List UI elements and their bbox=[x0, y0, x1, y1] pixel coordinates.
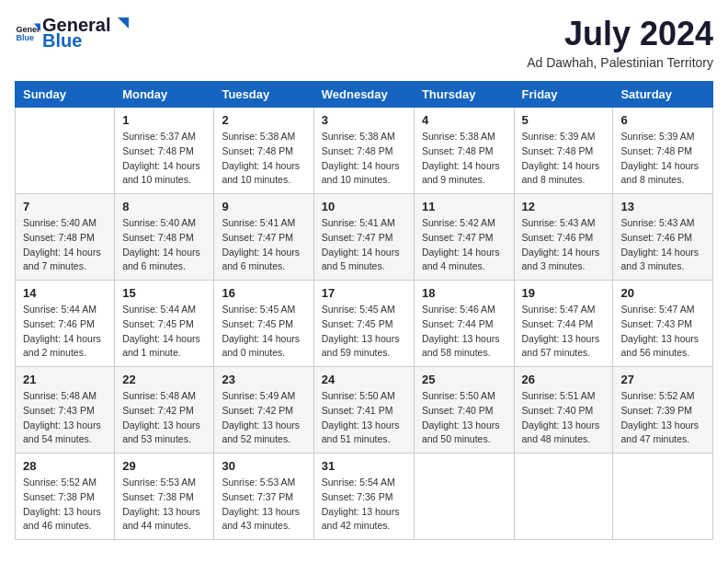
day-cell-29: 29Sunrise: 5:53 AMSunset: 7:38 PMDayligh… bbox=[115, 454, 214, 540]
day-info: Sunrise: 5:39 AMSunset: 7:48 PMDaylight:… bbox=[620, 130, 705, 188]
day-number: 11 bbox=[422, 200, 506, 213]
day-info: Sunrise: 5:54 AMSunset: 7:36 PMDaylight:… bbox=[322, 476, 406, 534]
header-day-wednesday: Wednesday bbox=[313, 82, 414, 108]
day-number: 1 bbox=[122, 113, 206, 127]
day-number: 8 bbox=[122, 200, 206, 213]
day-cell-26: 26Sunrise: 5:51 AMSunset: 7:40 PMDayligh… bbox=[514, 367, 613, 454]
day-info: Sunrise: 5:48 AMSunset: 7:42 PMDaylight:… bbox=[122, 389, 206, 447]
day-number: 3 bbox=[322, 113, 406, 127]
header-day-saturday: Saturday bbox=[613, 82, 713, 108]
header-row: SundayMondayTuesdayWednesdayThursdayFrid… bbox=[16, 82, 713, 108]
day-cell-28: 28Sunrise: 5:52 AMSunset: 7:38 PMDayligh… bbox=[16, 454, 115, 540]
day-number: 31 bbox=[322, 459, 406, 473]
day-number: 26 bbox=[522, 373, 606, 386]
day-cell-31: 31Sunrise: 5:54 AMSunset: 7:36 PMDayligh… bbox=[313, 454, 414, 540]
day-cell-15: 15Sunrise: 5:44 AMSunset: 7:45 PMDayligh… bbox=[115, 281, 214, 367]
day-info: Sunrise: 5:37 AMSunset: 7:48 PMDaylight:… bbox=[122, 130, 206, 188]
day-info: Sunrise: 5:51 AMSunset: 7:40 PMDaylight:… bbox=[522, 389, 606, 447]
day-number: 13 bbox=[620, 200, 705, 213]
day-number: 27 bbox=[620, 373, 705, 386]
day-cell-5: 5Sunrise: 5:39 AMSunset: 7:48 PMDaylight… bbox=[514, 108, 613, 194]
day-info: Sunrise: 5:52 AMSunset: 7:38 PMDaylight:… bbox=[23, 476, 107, 534]
logo: General Blue General Blue bbox=[15, 15, 131, 52]
day-cell-8: 8Sunrise: 5:40 AMSunset: 7:48 PMDaylight… bbox=[115, 194, 214, 281]
day-info: Sunrise: 5:43 AMSunset: 7:46 PMDaylight:… bbox=[522, 216, 606, 274]
day-number: 10 bbox=[322, 200, 406, 213]
day-number: 29 bbox=[122, 459, 206, 473]
header-day-friday: Friday bbox=[514, 82, 613, 108]
day-cell-19: 19Sunrise: 5:47 AMSunset: 7:44 PMDayligh… bbox=[514, 281, 613, 367]
header-day-thursday: Thursday bbox=[414, 82, 514, 108]
day-number: 4 bbox=[422, 113, 506, 127]
week-row-4: 21Sunrise: 5:48 AMSunset: 7:43 PMDayligh… bbox=[16, 367, 713, 454]
day-number: 23 bbox=[222, 373, 305, 386]
day-number: 16 bbox=[222, 286, 305, 300]
day-number: 25 bbox=[422, 373, 506, 386]
day-info: Sunrise: 5:44 AMSunset: 7:46 PMDaylight:… bbox=[23, 303, 107, 361]
week-row-3: 14Sunrise: 5:44 AMSunset: 7:46 PMDayligh… bbox=[16, 281, 713, 367]
day-cell-9: 9Sunrise: 5:41 AMSunset: 7:47 PMDaylight… bbox=[214, 194, 313, 281]
day-number: 2 bbox=[222, 113, 305, 127]
empty-cell bbox=[514, 454, 613, 540]
day-cell-6: 6Sunrise: 5:39 AMSunset: 7:48 PMDaylight… bbox=[613, 108, 713, 194]
day-number: 15 bbox=[122, 286, 206, 300]
day-number: 19 bbox=[522, 286, 606, 300]
day-cell-12: 12Sunrise: 5:43 AMSunset: 7:46 PMDayligh… bbox=[514, 194, 613, 281]
day-cell-23: 23Sunrise: 5:49 AMSunset: 7:42 PMDayligh… bbox=[214, 367, 313, 454]
svg-marker-3 bbox=[118, 17, 129, 29]
day-cell-21: 21Sunrise: 5:48 AMSunset: 7:43 PMDayligh… bbox=[16, 367, 115, 454]
day-cell-11: 11Sunrise: 5:42 AMSunset: 7:47 PMDayligh… bbox=[414, 194, 514, 281]
day-info: Sunrise: 5:45 AMSunset: 7:45 PMDaylight:… bbox=[222, 303, 305, 361]
calendar-table: SundayMondayTuesdayWednesdayThursdayFrid… bbox=[15, 81, 713, 540]
day-info: Sunrise: 5:44 AMSunset: 7:45 PMDaylight:… bbox=[122, 303, 206, 361]
day-number: 14 bbox=[23, 286, 107, 300]
day-cell-30: 30Sunrise: 5:53 AMSunset: 7:37 PMDayligh… bbox=[214, 454, 313, 540]
day-cell-13: 13Sunrise: 5:43 AMSunset: 7:46 PMDayligh… bbox=[613, 194, 713, 281]
day-info: Sunrise: 5:38 AMSunset: 7:48 PMDaylight:… bbox=[322, 130, 406, 188]
day-info: Sunrise: 5:53 AMSunset: 7:37 PMDaylight:… bbox=[222, 476, 305, 534]
day-info: Sunrise: 5:48 AMSunset: 7:43 PMDaylight:… bbox=[23, 389, 107, 447]
day-cell-14: 14Sunrise: 5:44 AMSunset: 7:46 PMDayligh… bbox=[16, 281, 115, 367]
day-number: 18 bbox=[422, 286, 506, 300]
day-info: Sunrise: 5:47 AMSunset: 7:44 PMDaylight:… bbox=[522, 303, 606, 361]
day-cell-3: 3Sunrise: 5:38 AMSunset: 7:48 PMDaylight… bbox=[313, 108, 414, 194]
day-number: 24 bbox=[322, 373, 406, 386]
day-number: 21 bbox=[23, 373, 107, 386]
header: General Blue General Blue July 2024 Ad D… bbox=[15, 15, 713, 70]
day-info: Sunrise: 5:53 AMSunset: 7:38 PMDaylight:… bbox=[122, 476, 206, 534]
day-info: Sunrise: 5:46 AMSunset: 7:44 PMDaylight:… bbox=[422, 303, 506, 361]
day-info: Sunrise: 5:50 AMSunset: 7:41 PMDaylight:… bbox=[322, 389, 406, 447]
svg-text:Blue: Blue bbox=[16, 33, 34, 42]
day-cell-7: 7Sunrise: 5:40 AMSunset: 7:48 PMDaylight… bbox=[16, 194, 115, 281]
day-number: 9 bbox=[222, 200, 305, 213]
day-cell-27: 27Sunrise: 5:52 AMSunset: 7:39 PMDayligh… bbox=[613, 367, 713, 454]
week-row-5: 28Sunrise: 5:52 AMSunset: 7:38 PMDayligh… bbox=[16, 454, 713, 540]
empty-cell bbox=[16, 108, 115, 194]
day-cell-1: 1Sunrise: 5:37 AMSunset: 7:48 PMDaylight… bbox=[115, 108, 214, 194]
empty-cell bbox=[414, 454, 514, 540]
day-info: Sunrise: 5:42 AMSunset: 7:47 PMDaylight:… bbox=[422, 216, 506, 274]
day-info: Sunrise: 5:38 AMSunset: 7:48 PMDaylight:… bbox=[422, 130, 506, 188]
day-cell-2: 2Sunrise: 5:38 AMSunset: 7:48 PMDaylight… bbox=[214, 108, 313, 194]
day-info: Sunrise: 5:38 AMSunset: 7:48 PMDaylight:… bbox=[222, 130, 305, 188]
empty-cell bbox=[613, 454, 713, 540]
day-info: Sunrise: 5:39 AMSunset: 7:48 PMDaylight:… bbox=[522, 130, 606, 188]
day-cell-10: 10Sunrise: 5:41 AMSunset: 7:47 PMDayligh… bbox=[313, 194, 414, 281]
logo-triangle-icon bbox=[110, 16, 131, 36]
day-cell-20: 20Sunrise: 5:47 AMSunset: 7:43 PMDayligh… bbox=[613, 281, 713, 367]
day-number: 6 bbox=[620, 113, 705, 127]
day-cell-4: 4Sunrise: 5:38 AMSunset: 7:48 PMDaylight… bbox=[414, 108, 514, 194]
day-number: 12 bbox=[522, 200, 606, 213]
header-day-sunday: Sunday bbox=[16, 82, 115, 108]
day-cell-25: 25Sunrise: 5:50 AMSunset: 7:40 PMDayligh… bbox=[414, 367, 514, 454]
day-cell-18: 18Sunrise: 5:46 AMSunset: 7:44 PMDayligh… bbox=[414, 281, 514, 367]
subtitle: Ad Dawhah, Palestinian Territory bbox=[527, 55, 713, 70]
day-info: Sunrise: 5:41 AMSunset: 7:47 PMDaylight:… bbox=[222, 216, 305, 274]
day-number: 7 bbox=[23, 200, 107, 213]
week-row-1: 1Sunrise: 5:37 AMSunset: 7:48 PMDaylight… bbox=[16, 108, 713, 194]
week-row-2: 7Sunrise: 5:40 AMSunset: 7:48 PMDaylight… bbox=[16, 194, 713, 281]
day-number: 20 bbox=[620, 286, 705, 300]
day-info: Sunrise: 5:41 AMSunset: 7:47 PMDaylight:… bbox=[322, 216, 406, 274]
day-info: Sunrise: 5:50 AMSunset: 7:40 PMDaylight:… bbox=[422, 389, 506, 447]
day-number: 17 bbox=[322, 286, 406, 300]
